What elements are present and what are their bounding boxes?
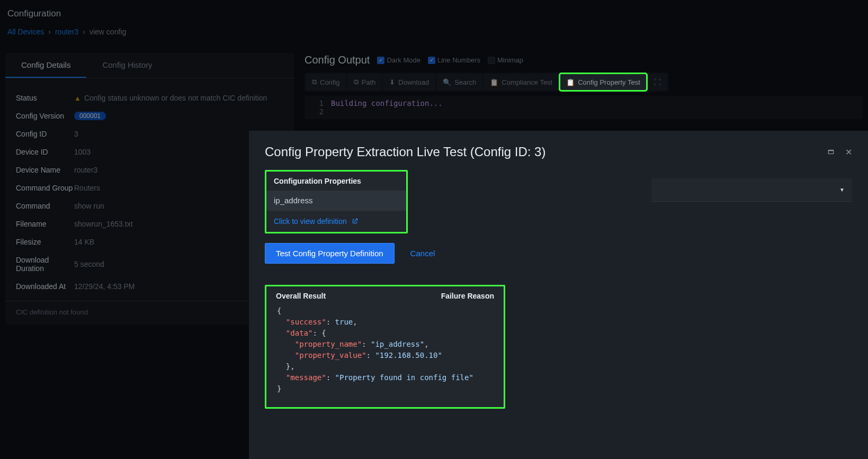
modal-title: Config Property Extraction Live Test (Co… — [265, 145, 545, 159]
close-icon[interactable]: ✕ — [845, 147, 852, 157]
result-json: { "success": true, "data": { "property_n… — [274, 305, 496, 394]
external-link-icon — [351, 217, 359, 226]
svg-rect-1 — [828, 150, 833, 151]
failure-reason-label: Failure Reason — [441, 292, 494, 300]
chevron-down-icon: ▼ — [839, 187, 845, 193]
test-config-property-button[interactable]: Test Config Property Definition — [265, 243, 395, 264]
config-property-test-modal: Config Property Extraction Live Test (Co… — [249, 131, 868, 459]
configuration-properties-header: Configuration Properties — [266, 172, 406, 191]
cancel-button[interactable]: Cancel — [410, 249, 435, 258]
maximize-icon[interactable] — [827, 147, 835, 157]
view-definition-link[interactable]: Click to view definition — [274, 217, 399, 226]
property-dropdown[interactable]: ▼ — [651, 178, 852, 202]
toolbar-config-property-test[interactable]: 📋 Config Property Test — [560, 74, 647, 91]
overall-result-box: Overall Result Failure Reason { "success… — [265, 285, 505, 409]
overall-result-label: Overall Result — [276, 292, 326, 300]
configuration-properties-box: Configuration Properties ip_address Clic… — [265, 170, 408, 233]
configuration-property-value[interactable]: ip_address — [266, 191, 406, 211]
clipboard-icon: 📋 — [566, 78, 575, 86]
